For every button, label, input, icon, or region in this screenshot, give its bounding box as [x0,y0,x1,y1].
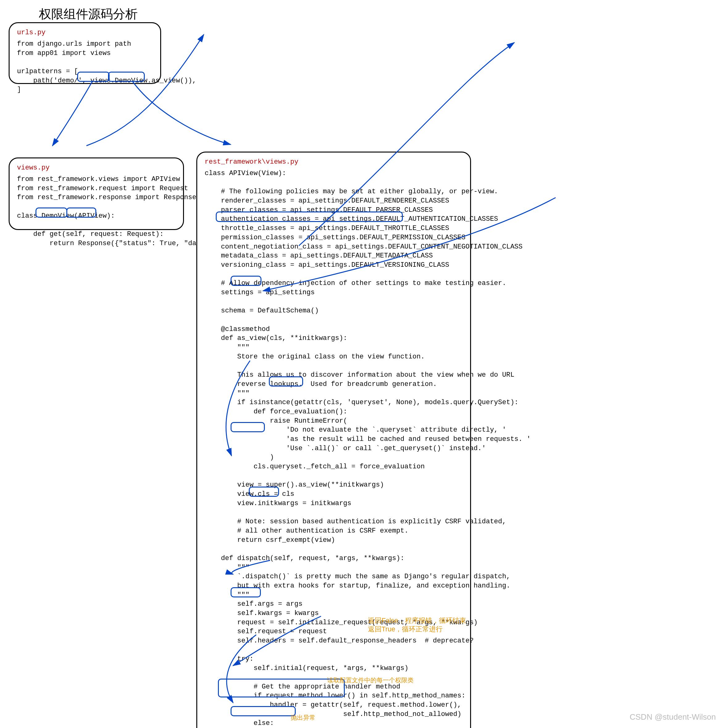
note-return-true: 返回True，循环正常进行 [368,625,443,634]
code-rf-views: class APIView(View): # The following pol… [205,169,463,728]
hl-as_view-def [231,276,262,286]
hl-perm-block [218,679,345,697]
hl-super-as_view [269,376,303,387]
hl-dispatch-def [231,422,265,432]
hl-self-initial [249,486,279,497]
pane-views: views.py from rest_framework.views impor… [9,158,184,230]
hl-apiview-def [66,208,96,218]
watermark: CSDN @student-Wilson [630,712,716,722]
hl-permission_classes-setting [216,211,403,222]
pane-urls: urls.py from django.urls import path fro… [9,22,161,84]
note-return-false: 返回False，程序报错，循环结束 [368,616,466,625]
note-throw: 抛出异常 [291,713,315,722]
diagram-title: 权限组件源码分析 [39,6,138,23]
hl-as_view-call [108,72,145,82]
file-label-urls: urls.py [17,29,153,37]
hl-initial-def [231,587,261,597]
file-label-views: views.py [17,164,176,172]
file-label-rf-views: rest_framework\views.py [205,158,463,166]
note-read-config: 读取配置文件中的每一个权限类 [327,676,414,684]
hl-check_permissions-def [231,706,296,716]
pane-rf-views: rest_framework\views.py class APIView(Vi… [196,151,471,728]
hl-demoview-ref [77,72,110,82]
code-urls: from django.urls import path from app01 … [17,40,153,95]
hl-demoview-def [35,208,67,218]
